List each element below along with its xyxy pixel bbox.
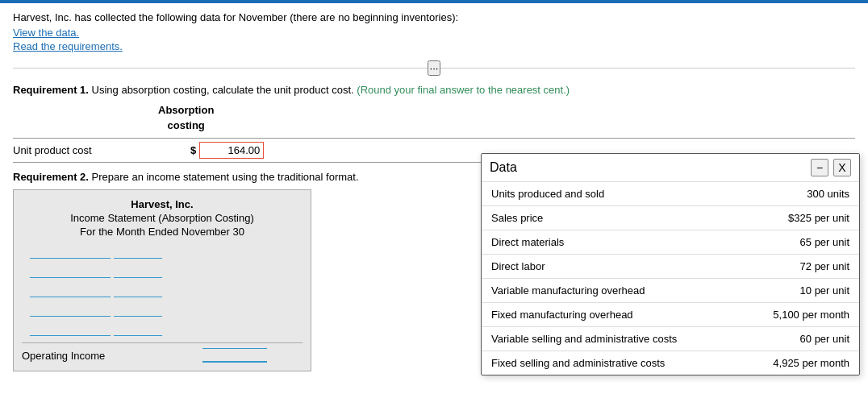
dollar-sign: $ — [190, 144, 196, 156]
data-table-row: Direct labor72 per unit — [482, 255, 859, 279]
data-row-label: Variable manufacturing overhead — [482, 279, 739, 303]
data-row-value: 65 per unit — [739, 230, 859, 255]
operating-income-label: Operating Income — [22, 350, 183, 362]
is-row-1-label-input[interactable] — [30, 244, 111, 259]
is-row-5-label-input[interactable] — [30, 322, 111, 336]
data-table: Units produced and sold300 unitsSales pr… — [482, 182, 859, 375]
divider-section: ··· — [13, 60, 855, 76]
data-table-row: Variable selling and administrative cost… — [482, 327, 859, 351]
data-table-row: Variable manufacturing overhead10 per un… — [482, 279, 859, 303]
is-row-4 — [22, 302, 303, 317]
data-popup: Data − X Units produced and sold300 unit… — [481, 153, 860, 375]
data-row-value: 10 per unit — [739, 279, 859, 303]
unit-input-group: $ — [190, 142, 264, 159]
is-row-1-value-input[interactable] — [114, 244, 162, 259]
income-statement-box: Harvest, Inc. Income Statement (Absorpti… — [13, 189, 311, 371]
data-row-value: 60 per unit — [739, 327, 859, 351]
req1-title: Requirement 1. Using absorption costing,… — [13, 84, 855, 96]
data-table-row: Fixed selling and administrative costs4,… — [482, 351, 859, 375]
data-row-label: Fixed manufacturing overhead — [482, 303, 739, 327]
is-row-3-value-input[interactable] — [114, 283, 162, 297]
is-header3: For the Month Ended November 30 — [22, 226, 303, 238]
is-rows — [22, 244, 303, 336]
data-row-label: Sales price — [482, 206, 739, 230]
absorption-header1: Absorption — [142, 102, 230, 118]
is-row-4-value-input[interactable] — [114, 302, 162, 317]
view-data-link[interactable]: View the data. — [13, 27, 855, 39]
data-row-value: 5,100 per month — [739, 303, 859, 327]
is-row-3-label-input[interactable] — [30, 283, 111, 297]
data-table-row: Direct materials65 per unit — [482, 230, 859, 255]
data-row-value: $325 per unit — [739, 206, 859, 230]
unit-product-input[interactable] — [199, 142, 264, 159]
is-row-2-value-input[interactable] — [114, 263, 162, 278]
close-button[interactable]: X — [833, 159, 851, 176]
is-header2: Income Statement (Absorption Costing) — [22, 212, 303, 224]
data-row-label: Fixed selling and administrative costs — [482, 351, 739, 375]
is-row-1 — [22, 244, 303, 259]
is-row-2 — [22, 263, 303, 278]
data-row-value: 4,925 per month — [739, 351, 859, 375]
absorption-header2: costing — [142, 118, 230, 133]
minimize-button[interactable]: − — [811, 159, 828, 176]
data-row-value: 72 per unit — [739, 255, 859, 279]
is-row-5-value-input[interactable] — [114, 322, 162, 336]
is-row-5 — [22, 322, 303, 336]
data-row-label: Variable selling and administrative cost… — [482, 327, 739, 351]
data-row-value: 300 units — [739, 182, 859, 206]
data-popup-title: Data — [490, 160, 517, 175]
popup-controls: − X — [811, 159, 851, 176]
is-row-4-label-input[interactable] — [30, 302, 111, 317]
intro-text: Harvest, Inc. has collected the followin… — [13, 11, 855, 23]
data-table-row: Units produced and sold300 units — [482, 182, 859, 206]
absorption-table: Absorption costing — [110, 102, 855, 133]
is-row-2-label-input[interactable] — [30, 263, 111, 278]
data-table-row: Fixed manufacturing overhead5,100 per mo… — [482, 303, 859, 327]
operating-income-row: Operating Income — [22, 342, 303, 363]
data-row-label: Units produced and sold — [482, 182, 739, 206]
data-row-label: Direct labor — [482, 255, 739, 279]
read-requirements-link[interactable]: Read the requirements. — [13, 40, 855, 52]
data-row-label: Direct materials — [482, 230, 739, 255]
unit-product-label: Unit product cost — [13, 144, 142, 156]
is-row-3 — [22, 283, 303, 297]
requirement-1-section: Requirement 1. Using absorption costing,… — [13, 84, 855, 163]
data-popup-titlebar: Data − X — [482, 154, 859, 182]
data-table-row: Sales price$325 per unit — [482, 206, 859, 230]
is-header1: Harvest, Inc. — [22, 198, 303, 210]
operating-income-input[interactable] — [202, 348, 267, 363]
ellipsis-button[interactable]: ··· — [428, 60, 440, 76]
ellipsis-container: ··· — [428, 60, 440, 76]
